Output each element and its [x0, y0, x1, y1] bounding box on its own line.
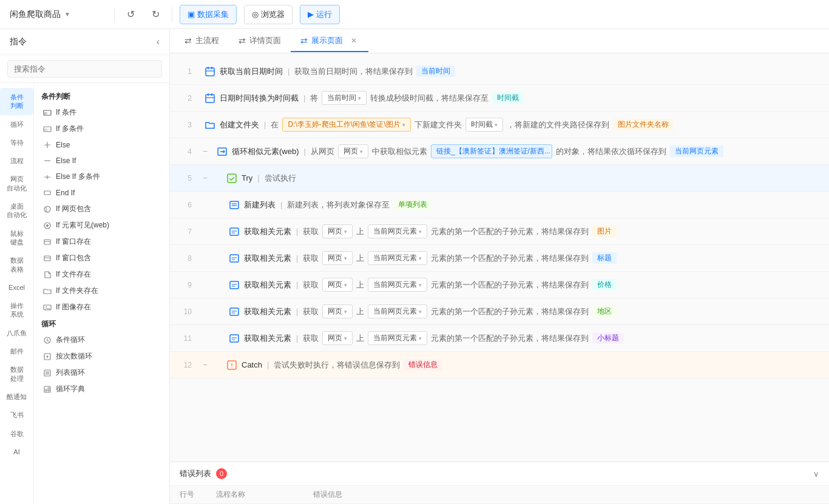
svg-text:IF: IF: [44, 112, 48, 115]
row-tag-error-info[interactable]: 错误信息: [404, 359, 442, 371]
row-text-2a: 将: [310, 93, 318, 104]
sidebar-item-else[interactable]: Else: [39, 137, 164, 153]
row-select-elem-8[interactable]: 当前网页元素 ▾: [368, 251, 427, 265]
row-label-10: 获取相关元素: [244, 306, 291, 317]
error-col-flowname: 流程名称: [216, 489, 313, 500]
sidebar-item-end-if[interactable]: End If: [39, 185, 164, 201]
sidebar-item-if-multi[interactable]: IF+ If 多条件: [39, 121, 164, 137]
sidebar-item-loop-condition[interactable]: 条件循环: [39, 332, 164, 348]
row-loop-icon-4: [216, 146, 228, 158]
sidebar-category-mouse[interactable]: 鼠标键盘: [0, 224, 33, 252]
error-header[interactable]: 错误列表 0 ∨: [170, 462, 829, 486]
row-tag-subtitle[interactable]: 小标题: [592, 332, 624, 344]
row-tag-current-time[interactable]: 当前时间: [416, 66, 455, 77]
sidebar-category-condition[interactable]: 条件判断: [0, 88, 33, 115]
sidebar-category-notify[interactable]: 酷通知: [0, 388, 33, 406]
error-expand-icon[interactable]: ∨: [813, 469, 819, 479]
brand-title[interactable]: 闲鱼爬取商品 ▼: [10, 9, 107, 20]
row-select-elem-7[interactable]: 当前网页元素 ▾: [368, 224, 427, 238]
sidebar-category-flow[interactable]: 流程: [0, 152, 33, 170]
sidebar-category-excel[interactable]: Excel: [0, 278, 33, 297]
row-12-collapse[interactable]: −: [199, 359, 211, 371]
row-select-element-4[interactable]: 链接_【澳新签证】澳洲签证/新西... ▾: [431, 144, 552, 158]
sidebar-item-if-element[interactable]: If 元素可见(web): [39, 217, 164, 234]
if-web-label: If 网页包含: [56, 204, 91, 214]
brand-chevron-icon: ▼: [64, 11, 70, 18]
row-text-7c: 元素的第一个匹配的子孙元素，将结果保存到: [431, 226, 589, 237]
svg-rect-31: [230, 201, 239, 209]
row-tag-price[interactable]: 价格: [592, 279, 617, 291]
sidebar-category-datatable[interactable]: 数据表格: [0, 251, 33, 278]
row-select-page-4[interactable]: 网页 ▾: [338, 144, 368, 158]
row-select-timestamp[interactable]: 时间截 ▾: [465, 118, 503, 132]
sa10b: ▾: [419, 309, 422, 315]
flow-row-9: 9 获取相关元素 | 获取 网页 ▾ 上 当前网页元素 ▾ 元素的第一个匹配的子…: [170, 272, 829, 298]
tab-close-button[interactable]: ✕: [349, 36, 359, 45]
sidebar-item-if-folder[interactable]: If 文件夹存在: [39, 283, 164, 299]
sidebar-category-dataprocess[interactable]: 数据处理: [0, 360, 33, 388]
row-select-path[interactable]: D:\李玉婷-爬虫工作\闲鱼\签证\图片 ▾: [282, 118, 410, 132]
sidebar-category-loop[interactable]: 循环: [0, 115, 33, 133]
sidebar-category-os[interactable]: 操作系统: [0, 297, 33, 324]
tab-main-flow[interactable]: ⇄ 主流程: [175, 30, 229, 52]
if-folder-icon: [42, 286, 52, 296]
sidebar-category-octopus[interactable]: 八爪鱼: [0, 324, 33, 342]
redo-button[interactable]: ↻: [147, 6, 164, 22]
run-button[interactable]: ▶ 运行: [300, 5, 340, 24]
sidebar-category-google[interactable]: 谷歌: [0, 425, 33, 443]
sidebar-category-wait[interactable]: 等待: [0, 133, 33, 152]
tab-show-page[interactable]: ⇄ 展示页面 ✕: [291, 30, 368, 52]
row-select-page-11[interactable]: 网页 ▾: [322, 331, 353, 345]
sidebar-item-if-file[interactable]: If 文件存在: [39, 266, 164, 283]
sidebar-item-loop-count[interactable]: 按次数循环: [39, 348, 164, 365]
row-sep-6: |: [280, 200, 282, 209]
row-tag-timestamp[interactable]: 时间截: [492, 92, 524, 104]
row-select-elem-10[interactable]: 当前网页元素 ▾: [368, 304, 427, 318]
error-title: 错误列表: [180, 468, 211, 479]
tab-detail-icon: ⇄: [239, 36, 246, 45]
row-5-collapse[interactable]: −: [199, 172, 211, 184]
sidebar-category-desktop[interactable]: 桌面自动化: [0, 197, 33, 224]
row-tag-single-list[interactable]: 单项列表: [393, 199, 432, 210]
browser-button[interactable]: ◎ 浏览器: [244, 5, 293, 24]
sidebar-category-mail[interactable]: 邮件: [0, 342, 33, 360]
tab-detail-page[interactable]: ⇄ 详情页面: [229, 30, 291, 52]
sidebar-category-web[interactable]: 网页自动化: [0, 170, 33, 197]
sidebar-item-loop-list[interactable]: 列表循环: [39, 365, 164, 381]
row-content-3: 创建文件夹 | 在 D:\李玉婷-爬虫工作\闲鱼\签证\图片 ▾ 下新建文件夹 …: [199, 115, 829, 134]
sidebar-item-if-window[interactable]: If 窗口存在: [39, 234, 164, 250]
row-tag-current-element[interactable]: 当前网页元素: [670, 146, 723, 157]
search-input[interactable]: [7, 60, 162, 78]
row-select-page-10[interactable]: 网页 ▾: [322, 304, 353, 318]
sidebar-category-feishu[interactable]: 飞书: [0, 406, 33, 424]
sidebar-category-ai[interactable]: AI: [0, 443, 33, 461]
row-sep-11: |: [296, 334, 298, 343]
data-collect-button[interactable]: ▣ 数据采集: [180, 5, 237, 24]
row-tag-region[interactable]: 地区: [592, 306, 617, 317]
row-tag-title[interactable]: 标题: [592, 252, 617, 264]
sidebar-item-else-if-multi[interactable]: Else If 多条件: [39, 169, 164, 185]
row-label-6: 新建列表: [244, 200, 276, 210]
sidebar-collapse-button[interactable]: ‹: [157, 36, 160, 47]
row-label-11: 获取相关元素: [244, 333, 291, 344]
svg-rect-34: [230, 228, 239, 235]
row-select-elem-11[interactable]: 当前网页元素 ▾: [368, 331, 427, 345]
row-select-page-9[interactable]: 网页 ▾: [322, 278, 353, 292]
sidebar-item-if-web[interactable]: If 网页包含: [39, 201, 164, 217]
row-select-current-time[interactable]: 当前时间 ▾: [322, 91, 367, 105]
sidebar-item-loop-dict[interactable]: 循环字典: [39, 381, 164, 397]
sidebar-item-if-image[interactable]: If 图像存在: [39, 299, 164, 315]
if-window-icon: [42, 237, 52, 247]
undo-button[interactable]: ↺: [122, 6, 140, 22]
row-tag-folder-name[interactable]: 图片文件夹名称: [613, 119, 674, 130]
row-select-elem-9[interactable]: 当前网页元素 ▾: [368, 278, 427, 292]
row-4-collapse[interactable]: −: [199, 146, 211, 158]
if-icon: IF: [42, 108, 52, 118]
row-select-page-7[interactable]: 网页 ▾: [322, 224, 353, 238]
row-tag-image[interactable]: 图片: [592, 226, 617, 237]
row-select-page-8[interactable]: 网页 ▾: [322, 251, 353, 265]
sidebar-item-else-if[interactable]: Else If: [39, 153, 164, 169]
sidebar-item-if[interactable]: IF If 条件: [39, 104, 164, 121]
loop-condition-icon: [42, 335, 52, 345]
sidebar-item-if-window-contains[interactable]: If 窗口包含: [39, 250, 164, 266]
